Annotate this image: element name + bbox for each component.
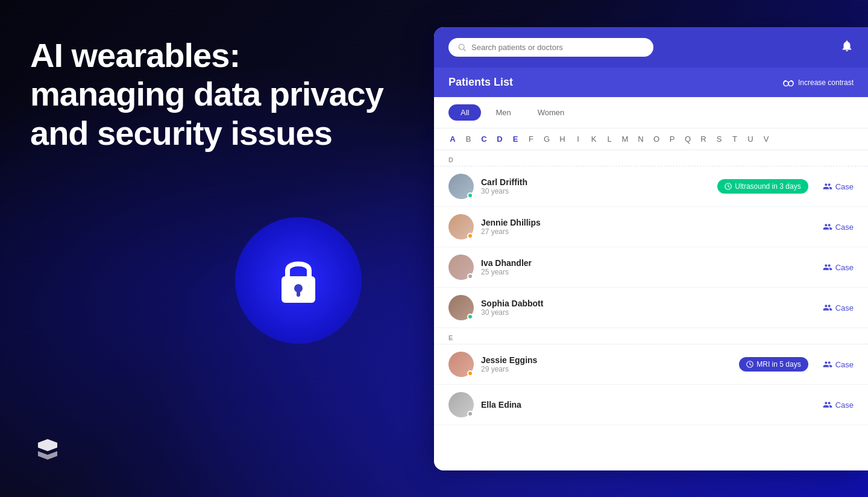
alpha-N[interactable]: N: [637, 135, 645, 144]
section-d: D: [434, 150, 868, 166]
main-title: AI wearables: managing data privacy and …: [30, 36, 392, 153]
table-row[interactable]: Jennie Dhillips 27 years Case: [434, 207, 868, 247]
case-icon: [823, 359, 832, 369]
patient-name: Iva Dhandler: [481, 258, 816, 268]
patients-list-header: Patients List Increase contrast: [434, 68, 868, 97]
table-row[interactable]: Iva Dhandler 25 years Case: [434, 247, 868, 288]
clock-icon: [746, 361, 753, 368]
alpha-E[interactable]: E: [511, 135, 520, 144]
contrast-button[interactable]: Increase contrast: [782, 78, 854, 87]
patient-age: 30 years: [481, 308, 816, 317]
case-label: Case: [835, 400, 854, 410]
case-icon: [823, 303, 832, 312]
case-icon: [823, 400, 832, 410]
appointment-label: MRI in 5 days: [756, 360, 800, 369]
search-bar[interactable]: [448, 38, 653, 57]
tab-men[interactable]: Men: [483, 104, 523, 121]
app-window: Patients List Increase contrast All Men …: [434, 27, 868, 470]
alpha-A[interactable]: A: [448, 135, 457, 144]
patient-age: 30 years: [481, 187, 710, 195]
avatar: [448, 174, 474, 199]
patient-name: Jennie Dhillips: [481, 218, 816, 227]
search-icon: [458, 43, 467, 52]
alpha-P[interactable]: P: [668, 135, 676, 144]
appointment-label: Ultrasound in 3 days: [735, 182, 800, 191]
search-input[interactable]: [471, 43, 644, 52]
case-button[interactable]: Case: [823, 262, 854, 272]
logo-icon: [33, 435, 62, 464]
alpha-S[interactable]: S: [715, 135, 723, 144]
patient-info: Jessie Eggins 29 years: [481, 355, 732, 373]
bell-icon[interactable]: [840, 39, 854, 55]
contrast-label: Increase contrast: [798, 78, 854, 87]
patient-name: Carl Driffith: [481, 177, 710, 187]
patient-age: 25 years: [481, 268, 816, 276]
alpha-M[interactable]: M: [621, 135, 629, 144]
case-button[interactable]: Case: [823, 303, 854, 312]
table-row[interactable]: Sophia Dabbott 30 years Case: [434, 288, 868, 328]
avatar: [448, 214, 474, 239]
avatar: [448, 352, 474, 377]
svg-rect-2: [297, 291, 300, 297]
svg-line-4: [464, 49, 465, 51]
alpha-K[interactable]: K: [590, 135, 598, 144]
case-button[interactable]: Case: [823, 400, 854, 410]
status-dot: [467, 370, 473, 376]
status-dot: [467, 314, 473, 320]
lock-icon: [271, 253, 326, 308]
patient-info: Carl Driffith 30 years: [481, 177, 710, 195]
alpha-D[interactable]: D: [495, 135, 504, 144]
case-icon: [823, 262, 832, 272]
case-button[interactable]: Case: [823, 182, 854, 191]
status-dot: [467, 192, 473, 198]
alphabet-row: A B C D E F G H I K L M N O P Q R S T U …: [434, 128, 868, 150]
alpha-H[interactable]: H: [558, 135, 567, 144]
alpha-I[interactable]: I: [574, 135, 582, 144]
case-icon: [823, 222, 832, 232]
case-button[interactable]: Case: [823, 222, 854, 232]
patient-info: Sophia Dabbott 30 years: [481, 299, 816, 317]
patient-age: 27 years: [481, 227, 816, 236]
alpha-U[interactable]: U: [746, 135, 755, 144]
status-dot: [467, 233, 473, 239]
alpha-B[interactable]: B: [464, 135, 473, 144]
tab-women[interactable]: Women: [526, 104, 577, 121]
table-row[interactable]: Jessie Eggins 29 years MRI in 5 days Cas…: [434, 344, 868, 385]
lock-circle: [235, 217, 362, 344]
case-label: Case: [835, 182, 854, 191]
alpha-F[interactable]: F: [527, 135, 535, 144]
case-icon: [823, 182, 832, 191]
case-label: Case: [835, 303, 854, 312]
clock-icon: [725, 183, 732, 190]
alpha-Q[interactable]: Q: [684, 135, 692, 144]
patient-name: Sophia Dabbott: [481, 299, 816, 308]
tab-all[interactable]: All: [448, 104, 481, 121]
notification-bell: [840, 39, 854, 52]
status-dot: [467, 273, 473, 279]
app-header: [434, 27, 868, 68]
case-label: Case: [835, 360, 854, 369]
table-row[interactable]: Ella Edina Case: [434, 385, 868, 425]
patients-list-title: Patients List: [448, 76, 513, 89]
patient-name: Ella Edina: [481, 400, 816, 410]
alpha-R[interactable]: R: [699, 135, 708, 144]
appointment-badge: MRI in 5 days: [739, 357, 808, 372]
logo: [33, 435, 62, 467]
patient-age: 29 years: [481, 365, 732, 373]
left-panel: AI wearables: managing data privacy and …: [30, 36, 392, 153]
alpha-C[interactable]: C: [480, 135, 488, 144]
alpha-L[interactable]: L: [605, 135, 614, 144]
alpha-G[interactable]: G: [542, 135, 551, 144]
alpha-T[interactable]: T: [731, 135, 739, 144]
avatar: [448, 392, 474, 417]
section-e: E: [434, 328, 868, 344]
table-row[interactable]: Carl Driffith 30 years Ultrasound in 3 d…: [434, 166, 868, 207]
case-button[interactable]: Case: [823, 359, 854, 369]
avatar: [448, 255, 474, 280]
alpha-V[interactable]: V: [762, 135, 770, 144]
appointment-badge: Ultrasound in 3 days: [717, 179, 808, 194]
avatar: [448, 295, 474, 320]
case-label: Case: [835, 263, 854, 272]
glasses-icon: [782, 78, 794, 87]
alpha-O[interactable]: O: [652, 135, 661, 144]
